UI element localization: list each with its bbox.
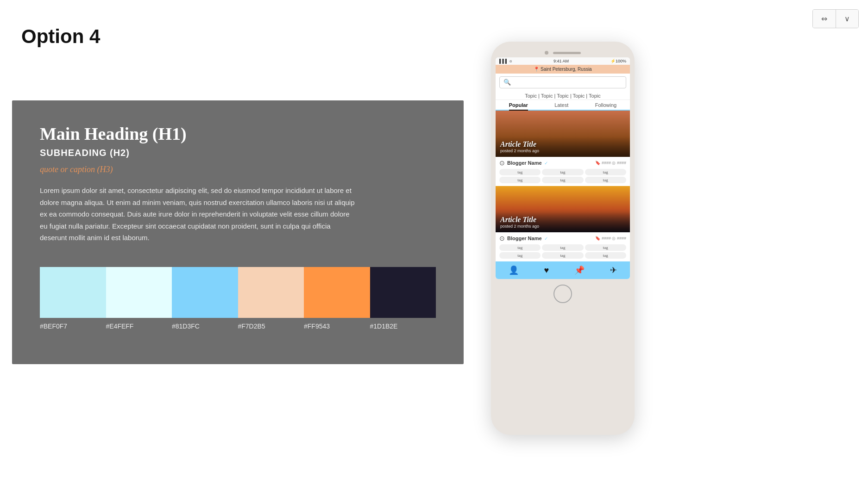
style-card: Main Heading (H1) SUBHEADING (H2) quote …: [12, 100, 464, 364]
article-title-2: Article Title: [500, 216, 625, 224]
wifi-icon: ⌾: [509, 59, 512, 63]
caption-heading: quote or caption (H3): [40, 165, 436, 174]
article-posted-1: posted 2 months ago: [500, 149, 625, 153]
search-bar: 🔍: [496, 74, 630, 91]
subheading: SUBHEADING (H2): [40, 148, 436, 158]
bookmark-icon-2: 🔖: [595, 236, 600, 241]
bookmark-icon-1: 🔖: [595, 161, 600, 165]
signal-icon: ▌▌▌: [499, 59, 508, 63]
tag-1-1[interactable]: tag: [499, 169, 541, 175]
tag-1-5[interactable]: tag: [542, 177, 583, 183]
phone-top-bar: [496, 51, 630, 55]
article-overlay-1: Article Title posted 2 months ago: [496, 137, 630, 157]
article-overlay-2: Article Title posted 2 months ago: [496, 212, 630, 232]
swatch-box-4: [304, 267, 370, 318]
search-icon: 🔍: [503, 79, 511, 86]
phone-outer: ▌▌▌ ⌾ 9:41 AM ⚡100% 📍 Saint Petersburg, …: [491, 42, 635, 435]
swatch-box-3: [238, 267, 304, 318]
topics-text: Topic | Topic | Topic | Topic | Topic: [525, 93, 600, 99]
stat-text-1: #### ◎ ####: [602, 161, 626, 165]
phone-speaker: [553, 52, 581, 54]
blogger-row-2: ⊙ Blogger Name ✓ 🔖 #### ◎ ####: [496, 232, 630, 244]
tab-popular[interactable]: Popular: [509, 102, 528, 111]
article-card-1[interactable]: Article Title posted 2 months ago: [496, 111, 630, 157]
swatch-item-4: #FF9543: [304, 267, 370, 330]
swatch-item-1: #E4FEFF: [106, 267, 172, 330]
swatch-label-0: #BEF0F7: [40, 323, 67, 330]
home-button[interactable]: [554, 285, 572, 303]
tag-1-6[interactable]: tag: [585, 177, 626, 183]
location-bar: 📍 Saint Petersburg, Russia: [496, 65, 630, 74]
article-title-1: Article Title: [500, 140, 625, 149]
nav-share-icon[interactable]: ✈: [610, 265, 617, 275]
blogger-name-1: Blogger Name: [507, 160, 542, 166]
blogger-avatar-icon-2: ⊙: [499, 235, 505, 242]
status-bar: ▌▌▌ ⌾ 9:41 AM ⚡100%: [496, 57, 630, 65]
swatch-item-5: #1D1B2E: [370, 267, 436, 330]
bottom-nav: 👤 ♥ 📌 ✈: [496, 261, 630, 279]
status-right: ⚡100%: [610, 59, 626, 63]
tag-2-5[interactable]: tag: [542, 252, 583, 259]
phone-home-bar: [496, 285, 630, 303]
verified-icon-2: ✓: [544, 236, 548, 241]
body-text: Lorem ipsum dolor sit amet, consectetur …: [40, 185, 355, 244]
nav-pin-icon[interactable]: 📌: [574, 265, 585, 275]
swatch-label-2: #81D3FC: [172, 323, 200, 330]
swatch-box-2: [172, 267, 238, 318]
blogger-row-1: ⊙ Blogger Name ✓ 🔖 #### ◎ ####: [496, 157, 630, 169]
swatch-box-0: [40, 267, 106, 318]
status-time: 9:41 AM: [554, 59, 569, 63]
tag-1-3[interactable]: tag: [585, 169, 626, 175]
tag-2-3[interactable]: tag: [585, 244, 626, 251]
tags-grid-2: tag tag tag tag tag tag: [496, 244, 630, 261]
link-button[interactable]: ⇔: [813, 10, 836, 28]
tab-latest[interactable]: Latest: [554, 102, 568, 110]
nav-like-icon[interactable]: ♥: [544, 266, 549, 275]
location-text: 📍 Saint Petersburg, Russia: [534, 67, 591, 72]
swatch-label-5: #1D1B2E: [370, 323, 398, 330]
swatch-item-3: #F7D2B5: [238, 267, 304, 330]
tabs-bar: Popular Latest Following: [496, 100, 630, 111]
blogger-stats-1: 🔖 #### ◎ ####: [595, 161, 626, 165]
toolbar: ⇔ ∨: [812, 9, 859, 28]
status-left: ▌▌▌ ⌾: [499, 59, 512, 63]
battery-icon: ⚡100%: [610, 59, 626, 63]
phone-mockup: ▌▌▌ ⌾ 9:41 AM ⚡100% 📍 Saint Petersburg, …: [489, 42, 637, 435]
swatch-box-5: [370, 267, 436, 318]
tags-grid-1: tag tag tag tag tag tag: [496, 169, 630, 186]
phone-screen: ▌▌▌ ⌾ 9:41 AM ⚡100% 📍 Saint Petersburg, …: [496, 57, 630, 279]
topics-bar: Topic | Topic | Topic | Topic | Topic: [496, 91, 630, 100]
phone-camera: [545, 51, 548, 55]
blogger-avatar-icon-1: ⊙: [499, 159, 505, 167]
color-swatches: #BEF0F7#E4FEFF#81D3FC#F7D2B5#FF9543#1D1B…: [40, 267, 436, 330]
verified-icon-1: ✓: [544, 161, 548, 166]
swatch-label-4: #FF9543: [304, 323, 330, 330]
main-heading: Main Heading (H1): [40, 124, 436, 144]
stat-text-2: #### ◎ ####: [602, 236, 626, 241]
swatch-box-1: [106, 267, 172, 318]
tag-1-4[interactable]: tag: [499, 177, 541, 183]
swatch-label-3: #F7D2B5: [238, 323, 265, 330]
chevron-down-button[interactable]: ∨: [836, 10, 858, 28]
blogger-stats-2: 🔖 #### ◎ ####: [595, 236, 626, 241]
tab-following[interactable]: Following: [595, 102, 616, 110]
tag-2-4[interactable]: tag: [499, 252, 541, 259]
search-input-box[interactable]: 🔍: [499, 76, 626, 88]
swatch-item-0: #BEF0F7: [40, 267, 106, 330]
article-card-2[interactable]: Article Title posted 2 months ago: [496, 186, 630, 232]
tag-1-2[interactable]: tag: [542, 169, 583, 175]
swatch-label-1: #E4FEFF: [106, 323, 134, 330]
nav-profile-icon[interactable]: 👤: [509, 265, 519, 275]
page-title: Option 4: [21, 25, 100, 48]
swatch-item-2: #81D3FC: [172, 267, 238, 330]
blogger-name-2: Blogger Name: [507, 236, 542, 241]
tag-2-2[interactable]: tag: [542, 244, 583, 251]
tag-2-1[interactable]: tag: [499, 244, 541, 251]
tag-2-6[interactable]: tag: [585, 252, 626, 259]
article-posted-2: posted 2 months ago: [500, 224, 625, 229]
